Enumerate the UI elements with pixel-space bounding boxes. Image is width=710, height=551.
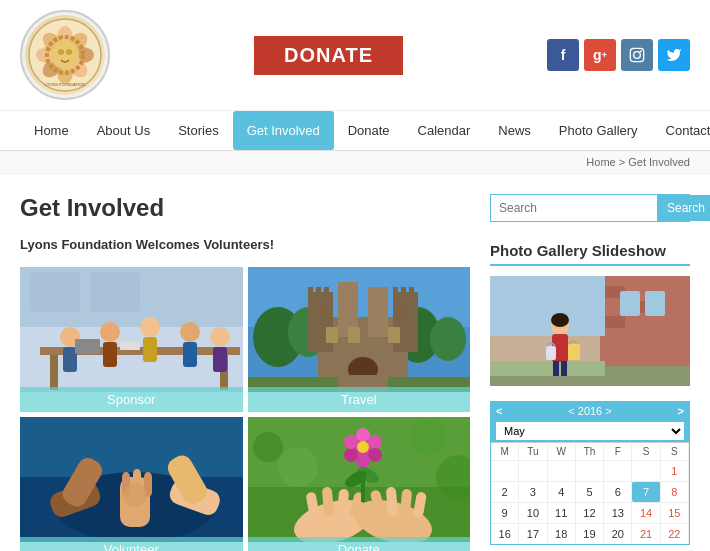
- nav-stories[interactable]: Stories: [164, 111, 232, 150]
- search-button[interactable]: Search: [657, 195, 710, 221]
- svg-point-92: [368, 435, 382, 449]
- cal-day-8[interactable]: 8: [661, 481, 689, 502]
- donate-button[interactable]: DONATE: [254, 36, 403, 75]
- cal-day-18[interactable]: 18: [548, 523, 576, 544]
- cal-day-6[interactable]: 6: [604, 481, 632, 502]
- svg-point-32: [210, 327, 230, 347]
- cal-day-5[interactable]: 5: [576, 481, 604, 502]
- twitter-icon[interactable]: [658, 39, 690, 71]
- svg-point-77: [410, 419, 446, 455]
- svg-point-10: [58, 49, 64, 55]
- image-grid: Sponsor: [20, 267, 470, 551]
- calendar-prev[interactable]: <: [496, 405, 502, 417]
- donate-area: DONATE: [110, 36, 547, 75]
- cal-day-15[interactable]: 15: [661, 502, 689, 523]
- svg-rect-19: [30, 272, 80, 312]
- nav-about[interactable]: About Us: [83, 111, 164, 150]
- cal-empty: [548, 460, 576, 481]
- calendar-month-select[interactable]: Month JanuaryFebruaryMarch AprilMayJune …: [496, 422, 684, 440]
- svg-point-26: [100, 322, 120, 342]
- cal-day-1[interactable]: 1: [661, 460, 689, 481]
- calendar-next[interactable]: >: [678, 405, 684, 417]
- svg-rect-107: [628, 316, 658, 328]
- google-plus-icon[interactable]: g+: [584, 39, 616, 71]
- nav-photo-gallery[interactable]: Photo Gallery: [545, 111, 652, 150]
- cal-day-10[interactable]: 10: [519, 502, 547, 523]
- svg-point-76: [278, 447, 318, 487]
- cal-day-7[interactable]: 7: [632, 481, 660, 502]
- nav-donate[interactable]: Donate: [334, 111, 404, 150]
- svg-point-93: [368, 448, 382, 462]
- day-label-th: Th: [576, 443, 604, 460]
- svg-point-114: [551, 313, 569, 327]
- svg-rect-55: [388, 327, 400, 343]
- cal-day-4[interactable]: 4: [548, 481, 576, 502]
- cal-empty: [632, 460, 660, 481]
- cal-day-17[interactable]: 17: [519, 523, 547, 544]
- cal-day-2[interactable]: 2: [491, 481, 519, 502]
- donate-label: Donate: [248, 537, 471, 551]
- cal-empty: [604, 460, 632, 481]
- slideshow-title: Photo Gallery Slideshow: [490, 242, 690, 266]
- svg-rect-116: [553, 361, 559, 376]
- cal-day-13[interactable]: 13: [604, 502, 632, 523]
- cal-day-9[interactable]: 9: [491, 502, 519, 523]
- volunteer-card[interactable]: Volunteer: [20, 417, 243, 551]
- navigation: Home About Us Stories Get Involved Donat…: [0, 111, 710, 151]
- logo-svg: LYONS FOUNDATION: [28, 18, 103, 93]
- nav-news[interactable]: News: [484, 111, 545, 150]
- cal-day-11[interactable]: 11: [548, 502, 576, 523]
- svg-text:LYONS FOUNDATION: LYONS FOUNDATION: [44, 82, 85, 87]
- svg-rect-14: [630, 48, 643, 61]
- svg-point-95: [344, 448, 358, 462]
- nav-get-involved[interactable]: Get Involved: [233, 111, 334, 150]
- nav-calendar[interactable]: Calendar: [404, 111, 485, 150]
- cal-day-20[interactable]: 20: [604, 523, 632, 544]
- svg-rect-34: [75, 339, 100, 354]
- cal-day-21[interactable]: 21: [632, 523, 660, 544]
- day-label-su: S: [661, 443, 689, 460]
- svg-point-16: [640, 50, 642, 52]
- search-input[interactable]: [491, 195, 657, 221]
- cal-day-14[interactable]: 14: [632, 502, 660, 523]
- svg-point-72: [123, 483, 147, 507]
- cal-day-3[interactable]: 3: [519, 481, 547, 502]
- calendar-days: 1 2 3 4 5 6 7 8 9 10 11 12 13 14 15 16 1…: [491, 460, 689, 544]
- svg-rect-52: [409, 287, 414, 297]
- page-subtitle: Lyons Foundation Welcomes Volunteers!: [20, 237, 470, 252]
- svg-point-15: [634, 52, 641, 59]
- svg-rect-51: [401, 287, 406, 297]
- content-area: Get Involved Lyons Foundation Welcomes V…: [20, 194, 470, 551]
- svg-point-41: [430, 317, 466, 361]
- cal-day-22[interactable]: 22: [661, 523, 689, 544]
- calendar-days-header: M Tu W Th F S S: [491, 442, 689, 460]
- calendar-month-row: Month JanuaryFebruaryMarch AprilMayJune …: [491, 420, 689, 442]
- svg-point-96: [344, 435, 358, 449]
- svg-point-75: [253, 432, 283, 462]
- cal-day-16[interactable]: 16: [491, 523, 519, 544]
- donate-card[interactable]: Donate: [248, 417, 471, 551]
- svg-rect-46: [368, 287, 388, 337]
- svg-point-97: [357, 441, 369, 453]
- calendar-header: < < 2016 > >: [491, 402, 689, 420]
- cal-empty: [519, 460, 547, 481]
- svg-point-94: [356, 454, 370, 468]
- facebook-icon[interactable]: f: [547, 39, 579, 71]
- logo-area: LYONS FOUNDATION: [20, 10, 110, 100]
- nav-home[interactable]: Home: [20, 111, 83, 150]
- cal-day-12[interactable]: 12: [576, 502, 604, 523]
- cal-day-19[interactable]: 19: [576, 523, 604, 544]
- instagram-icon[interactable]: [621, 39, 653, 71]
- logo-inner: LYONS FOUNDATION: [25, 15, 105, 95]
- volunteer-label: Volunteer: [20, 537, 243, 551]
- svg-rect-119: [546, 346, 556, 360]
- breadcrumb-home[interactable]: Home: [586, 156, 615, 168]
- svg-rect-56: [318, 305, 326, 317]
- svg-rect-49: [324, 287, 329, 297]
- slideshow-image: [490, 276, 690, 386]
- sponsor-card[interactable]: Sponsor: [20, 267, 243, 412]
- slideshow-svg: [490, 276, 690, 386]
- nav-contact[interactable]: Contact Us: [652, 111, 710, 150]
- travel-card[interactable]: Travel: [248, 267, 471, 412]
- svg-rect-31: [183, 342, 197, 367]
